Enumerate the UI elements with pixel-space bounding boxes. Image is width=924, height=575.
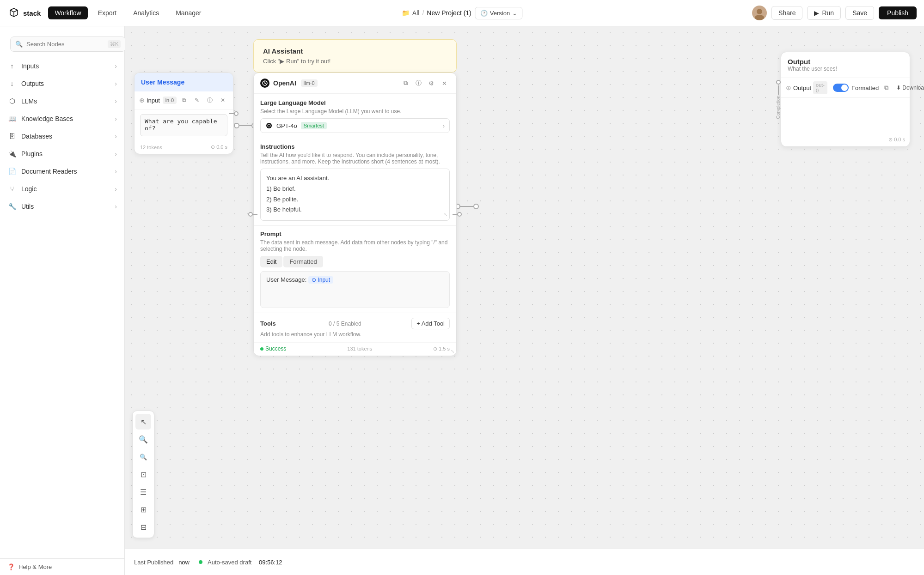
nav-tab-workflow[interactable]: Workflow [48,6,87,19]
map-button[interactable]: ⊟ [135,519,151,535]
nav-tab-export[interactable]: Export [92,6,123,19]
search-box[interactable]: 🔍 ⌘K [10,36,126,52]
autosave-label: Auto-saved draft [208,559,251,566]
model-select[interactable]: GPT-4o Smartest › [260,118,450,133]
openai-info-icon[interactable]: ⓘ [413,78,424,89]
chevron-right-icon: › [115,185,117,193]
user-message-toolbar: ⊕ Input in-0 ⧉ ✎ ⓘ ✕ [135,91,233,109]
tools-title: Tools [260,320,276,327]
breadcrumb: 📁 All / New Project (1) [402,9,471,17]
status-bar: Last Published now Auto-saved draft 09:5… [125,549,924,575]
search-icon: 🔍 [15,41,23,48]
svg-point-0 [757,9,762,14]
search-shortcut: ⌘K [108,40,121,48]
share-button[interactable]: Share [771,6,802,20]
openai-node-footer: Success 131 tokens ⊙ 1.5 s [254,342,456,356]
completion-label: Completion [776,96,781,119]
add-tool-button[interactable]: + Add Tool [411,318,450,329]
openai-node: OpenAI llm-0 ⧉ ⓘ ⚙ ✕ Large Language Mode… [253,73,457,356]
input-label: Input [147,97,160,104]
sidebar-item-document-readers[interactable]: 📄 Document Readers › [0,163,124,180]
sidebar-item-outputs[interactable]: ↓ Outputs › [0,75,124,92]
zoom-in-button[interactable]: 🔍 [135,431,151,447]
sidebar-item-logic[interactable]: ⑂ Logic › [0,180,124,198]
save-button[interactable]: Save [845,6,874,20]
sidebar-item-label-llms: LLMs [21,97,37,105]
sidebar-item-llms[interactable]: ⬡ LLMs › [0,92,124,110]
ai-banner-text: Click "▶ Run" to try it out! [263,58,447,65]
breadcrumb-separator: / [422,9,424,17]
svg-point-4 [234,123,239,128]
sidebar-item-label-outputs: Outputs [21,80,44,87]
prompt-content[interactable]: User Message: ⊙ Input ⤡ [260,271,450,308]
breadcrumb-root[interactable]: All [412,9,420,17]
breadcrumb-project[interactable]: New Project (1) [427,9,471,17]
sidebar-item-plugins[interactable]: 🔌 Plugins › [0,145,124,163]
instructions-box[interactable]: You are an AI assistant. 1) Be brief. 2)… [260,169,450,221]
ai-assistant-banner: AI Assistant Click "▶ Run" to try it out… [253,39,457,73]
prompt-resize-handle: ⤡ [451,349,454,354]
sidebar-item-inputs[interactable]: ↑ Inputs › [0,57,124,75]
sidebar-footer-help[interactable]: ❓ Help & More [0,558,124,575]
user-message-textarea[interactable] [140,114,227,136]
chevron-right-icon: › [115,80,117,87]
output-circle-icon: ⊕ [786,84,791,91]
help-icon: ❓ [7,563,15,570]
select-tool-button[interactable]: ↖ [135,414,151,430]
version-button[interactable]: 🕐 Version ⌄ [475,7,522,19]
openai-close-icon[interactable]: ✕ [439,78,450,89]
sidebar-item-utils[interactable]: 🔧 Utils › [0,198,124,215]
sidebar-item-label-logic: Logic [21,185,37,193]
user-message-content [135,109,233,142]
run-label: Run [822,9,834,17]
search-input[interactable] [26,41,104,48]
tools-section: Tools 0 / 5 Enabled + Add Tool Add tools… [254,313,456,342]
instruction-line-3: 3) Be helpful. [266,205,444,215]
output-content[interactable] [781,98,910,135]
chevron-right-icon: › [115,133,117,140]
formatted-toggle[interactable] [833,84,849,92]
tools-header: Tools 0 / 5 Enabled + Add Tool [260,318,450,329]
zoom-out-button[interactable]: 🔍 [135,449,151,465]
ai-banner-title: AI Assistant [263,47,447,55]
canvas-toolbar: ↖ 🔍 🔍 ⊡ ☰ ⊞ ⊟ [132,411,154,538]
nav-tab-manager[interactable]: Manager [169,6,208,19]
run-button[interactable]: ▶ Run [807,6,841,20]
openai-settings-icon[interactable]: ⚙ [426,78,437,89]
openai-copy-icon[interactable]: ⧉ [400,78,411,89]
user-message-footer: 12 tokens ⊙ 0.0 s [135,142,233,154]
success-label: Success [265,345,286,352]
edit-icon[interactable]: ✎ [191,95,202,106]
sidebar-item-label-knowledge-bases: Knowledge Bases [21,115,73,122]
last-published-label: Last Published now [134,559,190,566]
sidebar-item-knowledge-bases[interactable]: 📖 Knowledge Bases › [0,110,124,127]
notes-button[interactable]: ☰ [135,484,151,500]
sidebar-item-databases[interactable]: 🗄 Databases › [0,127,124,145]
output-copy-icon[interactable]: ⧉ [881,82,892,93]
nav-tab-analytics[interactable]: Analytics [127,6,165,19]
info-icon[interactable]: ⓘ [204,95,215,106]
prompt-title: Prompt [260,230,450,239]
autosave-dot [199,560,202,564]
output-header: Output What the user sees! [781,52,910,78]
success-dot [260,347,263,351]
download-button[interactable]: ⬇ Download [893,82,924,93]
openai-small-logo [265,122,273,129]
header-right: Share ▶ Run Save Publish [752,6,917,20]
model-badge: Smartest [301,122,327,129]
fit-view-button[interactable]: ⊡ [135,466,151,482]
copy-icon[interactable]: ⧉ [178,95,190,106]
user-message-header: User Message [135,73,233,91]
published-time: now [178,559,190,566]
autosave-time: 09:56:12 [259,559,282,566]
book-icon: 📖 [7,114,17,123]
prompt-tab-edit[interactable]: Edit [260,256,282,267]
components-button[interactable]: ⊞ [135,502,151,517]
close-icon[interactable]: ✕ [217,95,228,106]
prompt-tab-formatted[interactable]: Formatted [283,256,323,267]
user-message-title: User Message [141,79,184,86]
version-icon: 🕐 [480,10,488,17]
input-badge: in-0 [163,97,177,104]
resize-handle: ⤡ [444,211,447,218]
publish-button[interactable]: Publish [879,6,917,19]
